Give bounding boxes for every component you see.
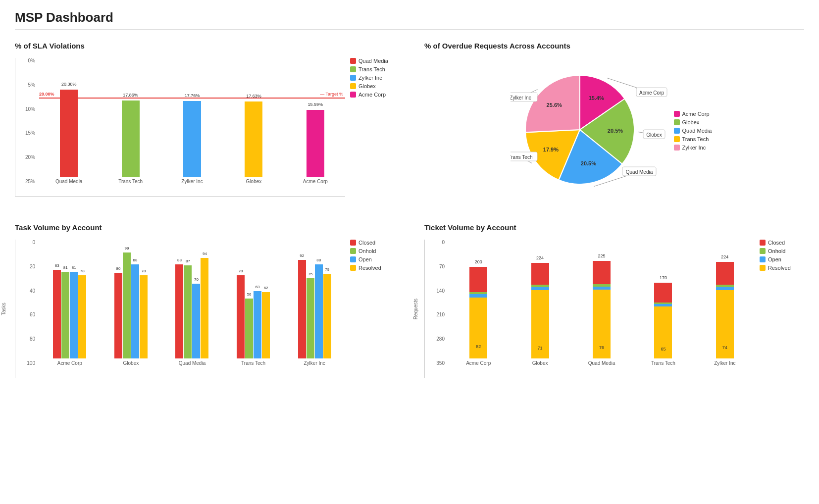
stacked-bar-group: 22471Globex: [510, 245, 569, 366]
legend-item: Open: [760, 256, 804, 262]
legend-item: Globex: [350, 83, 395, 89]
legend-item: Open: [350, 256, 395, 262]
stacked-bar-group: 20082Acme Corp: [449, 245, 508, 366]
legend-item: Onhold: [350, 248, 395, 254]
legend-item: Quad Media: [350, 58, 395, 64]
svg-text:25.6%: 25.6%: [546, 102, 562, 108]
svg-text:20.5%: 20.5%: [580, 160, 596, 166]
overdue-requests-chart: % of Overdue Requests Across Accounts 15…: [424, 42, 804, 203]
legend-item: Acme Corp: [350, 92, 395, 98]
bar-group: 17.76%Zylker Inc: [162, 63, 222, 184]
svg-text:Trans Tech: Trans Tech: [511, 154, 532, 160]
bar-group: 17.86%Trans Tech: [101, 63, 160, 184]
legend-item: Zylker Inc: [350, 75, 395, 81]
legend-item: Resolved: [350, 265, 395, 271]
svg-text:Globex: Globex: [646, 132, 662, 138]
legend-item: Onhold: [760, 248, 804, 254]
stacked-bar-group: 17065Trans Tech: [633, 245, 693, 366]
bar-group: 83818178Acme Corp: [39, 245, 101, 366]
legend-item: Quad Media: [674, 128, 718, 134]
ticket-volume-chart: Ticket Volume by Account 350280210140700…: [424, 223, 804, 378]
svg-text:Quad Media: Quad Media: [625, 169, 653, 175]
task-chart-title: Task Volume by Account: [15, 223, 395, 232]
legend-item: Zylker Inc: [674, 145, 718, 151]
svg-text:20.5%: 20.5%: [607, 128, 622, 134]
stacked-bar-group: 22474Zylker Inc: [695, 245, 755, 366]
svg-text:Zylker Inc: Zylker Inc: [511, 95, 531, 101]
bar-group: 92758879Zylker Inc: [284, 245, 345, 366]
svg-text:Acme Corp: Acme Corp: [639, 90, 664, 96]
svg-text:15.4%: 15.4%: [588, 95, 604, 101]
legend-item: Closed: [350, 240, 395, 246]
task-volume-chart: Task Volume by Account 100806040200 8381…: [15, 223, 395, 378]
sla-violations-chart: % of SLA Violations 25%20%15%10%5%0% — T…: [15, 42, 395, 203]
bar-group: 78566362Trans Tech: [223, 245, 284, 366]
bar-group: 80998878Globex: [101, 245, 162, 366]
bar-group: 17.63%Globex: [224, 63, 283, 184]
bar-group: 20.38%Quad Media: [39, 63, 99, 184]
svg-text:17.9%: 17.9%: [543, 147, 558, 152]
bar-group: 88877094Quad Media: [161, 245, 223, 366]
legend-item: Globex: [674, 119, 718, 125]
stacked-bar-group: 22576Quad Media: [572, 245, 631, 366]
legend-item: Trans Tech: [674, 136, 718, 142]
overdue-chart-title: % of Overdue Requests Across Accounts: [424, 42, 804, 50]
sla-chart-title: % of SLA Violations: [15, 42, 395, 50]
legend-item: Closed: [760, 240, 804, 246]
legend-item: Trans Tech: [350, 66, 395, 72]
legend-item: Resolved: [760, 265, 804, 271]
legend-item: Acme Corp: [674, 111, 718, 117]
page-title: MSP Dashboard: [15, 10, 804, 25]
ticket-chart-title: Ticket Volume by Account: [424, 223, 804, 232]
bar-group: 15.59%Acme Corp: [286, 63, 345, 184]
